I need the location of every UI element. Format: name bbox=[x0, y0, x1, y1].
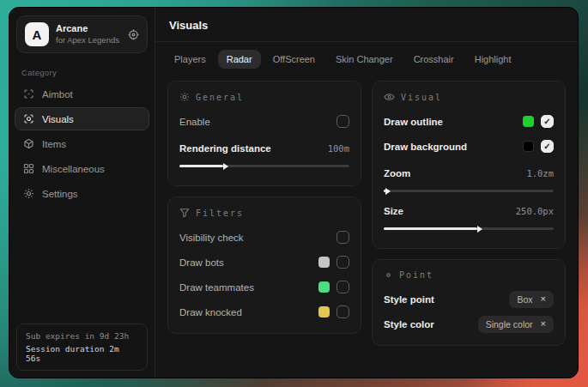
enable-checkbox[interactable] bbox=[336, 115, 349, 128]
tab-crosshair[interactable]: Crosshair bbox=[405, 50, 463, 69]
grid-icon bbox=[22, 163, 34, 174]
scan-eye-icon bbox=[22, 113, 34, 124]
draw-bots-label: Draw bots bbox=[179, 257, 312, 268]
visibility-check-checkbox[interactable] bbox=[336, 231, 349, 244]
zoom-slider[interactable] bbox=[384, 190, 554, 192]
size-row: Size 250.0px bbox=[384, 200, 554, 221]
draw-knocked-row: Draw knocked bbox=[179, 301, 349, 323]
page-header: Visuals bbox=[155, 8, 578, 42]
content-grid: General Enable Rendering distance 100m bbox=[155, 72, 578, 378]
box-icon bbox=[22, 138, 34, 149]
style-point-row: Style point Box × bbox=[384, 288, 554, 310]
app-window: A Arcane for Apex Legends Category bbox=[9, 7, 579, 378]
draw-background-label: Draw background bbox=[384, 142, 516, 152]
panel-title: Visual bbox=[401, 93, 442, 102]
rendering-distance-slider[interactable] bbox=[179, 165, 349, 167]
sidebar-item-visuals[interactable]: Visuals bbox=[15, 107, 149, 130]
sidebar: A Arcane for Apex Legends Category bbox=[9, 8, 155, 378]
visibility-check-label: Visibility check bbox=[179, 233, 330, 243]
sidebar-nav: Aimbot Visuals Items bbox=[9, 82, 155, 205]
gear-icon bbox=[179, 92, 190, 102]
draw-teammates-label: Draw teammates bbox=[179, 282, 312, 293]
slider-thumb[interactable] bbox=[223, 163, 228, 170]
sub-expires-text: Sub expires in 9d 23h bbox=[26, 331, 138, 341]
draw-outline-checkbox[interactable]: ✓ bbox=[541, 115, 554, 128]
page-title: Visuals bbox=[169, 19, 564, 32]
size-value: 250.0px bbox=[516, 206, 554, 216]
sidebar-item-label: Visuals bbox=[42, 114, 74, 124]
enable-label: Enable bbox=[179, 117, 330, 127]
session-info-card: Sub expires in 9d 23h Session duration 2… bbox=[16, 324, 148, 371]
style-color-row: Style color Single color × bbox=[384, 313, 554, 335]
point-icon bbox=[384, 270, 393, 280]
panel-title: Point bbox=[399, 270, 433, 280]
draw-outline-row: Draw outline ✓ bbox=[384, 111, 554, 132]
brand-card: A Arcane for Apex Legends bbox=[16, 15, 148, 53]
eye-icon bbox=[384, 92, 395, 102]
rendering-distance-label: Rendering distance bbox=[179, 143, 321, 154]
sidebar-item-label: Settings bbox=[42, 189, 78, 199]
rendering-distance-value: 100m bbox=[328, 143, 349, 154]
enable-row: Enable bbox=[179, 111, 349, 132]
draw-knocked-color-swatch[interactable] bbox=[318, 306, 330, 317]
app-subtitle: for Apex Legends bbox=[56, 35, 121, 45]
gear-icon bbox=[22, 188, 34, 199]
draw-bots-color-swatch[interactable] bbox=[318, 257, 330, 268]
panel-title: Filters bbox=[196, 209, 244, 218]
app-logo: A bbox=[25, 22, 49, 46]
draw-teammates-color-swatch[interactable] bbox=[318, 281, 330, 293]
remove-tag-icon[interactable]: × bbox=[541, 294, 546, 304]
draw-teammates-checkbox[interactable] bbox=[336, 281, 349, 293]
style-color-label: Style color bbox=[384, 319, 471, 330]
sidebar-item-miscellaneous[interactable]: Miscellaneous bbox=[15, 157, 149, 180]
focus-crosshair-icon[interactable] bbox=[128, 29, 139, 40]
tab-players[interactable]: Players bbox=[166, 50, 215, 69]
sidebar-item-label: Miscellaneous bbox=[42, 164, 105, 174]
main-area: Visuals Players Radar OffScreen Skin Cha… bbox=[155, 8, 578, 378]
sidebar-item-items[interactable]: Items bbox=[15, 132, 149, 155]
style-color-select[interactable]: Single color × bbox=[478, 316, 554, 333]
slider-thumb[interactable] bbox=[477, 226, 482, 233]
draw-outline-color-swatch[interactable] bbox=[523, 116, 534, 127]
slider-thumb[interactable] bbox=[385, 188, 391, 195]
crosshair-icon bbox=[22, 88, 34, 100]
style-point-label: Style point bbox=[384, 294, 502, 305]
size-label: Size bbox=[384, 206, 509, 216]
visibility-check-row: Visibility check bbox=[179, 227, 349, 248]
zoom-label: Zoom bbox=[384, 168, 519, 178]
sidebar-item-label: Items bbox=[42, 139, 66, 149]
sidebar-item-label: Aimbot bbox=[42, 89, 73, 100]
tab-skin-changer[interactable]: Skin Changer bbox=[327, 50, 402, 69]
zoom-value: 1.0zm bbox=[526, 168, 554, 178]
general-card: General Enable Rendering distance 100m bbox=[167, 81, 361, 186]
draw-outline-label: Draw outline bbox=[384, 117, 516, 127]
filters-card: Filters Visibility check Draw bots Draw … bbox=[167, 197, 361, 334]
tab-offscreen[interactable]: OffScreen bbox=[264, 50, 324, 69]
draw-bots-checkbox[interactable] bbox=[336, 256, 349, 269]
app-name: Arcane bbox=[56, 23, 121, 35]
draw-bots-row: Draw bots bbox=[179, 251, 349, 273]
size-slider[interactable] bbox=[384, 227, 554, 230]
tab-highlight[interactable]: Highlight bbox=[466, 50, 520, 69]
style-color-tag-text: Single color bbox=[486, 319, 533, 330]
draw-knocked-label: Draw knocked bbox=[179, 307, 312, 317]
draw-knocked-checkbox[interactable] bbox=[336, 305, 349, 318]
tab-bar: Players Radar OffScreen Skin Changer Cro… bbox=[155, 42, 578, 72]
draw-background-color-swatch[interactable] bbox=[523, 141, 534, 152]
sidebar-item-aimbot[interactable]: Aimbot bbox=[15, 82, 149, 106]
style-point-select[interactable]: Box × bbox=[509, 291, 554, 308]
tab-radar[interactable]: Radar bbox=[218, 50, 261, 69]
session-duration-text: Session duration 2m 56s bbox=[26, 344, 138, 363]
remove-tag-icon[interactable]: × bbox=[541, 319, 546, 329]
draw-background-checkbox[interactable]: ✓ bbox=[541, 140, 554, 153]
style-point-tag-text: Box bbox=[517, 294, 532, 305]
draw-teammates-row: Draw teammates bbox=[179, 276, 349, 298]
funnel-icon bbox=[179, 208, 190, 218]
category-label: Category bbox=[21, 68, 155, 77]
panel-title: General bbox=[196, 93, 244, 102]
zoom-row: Zoom 1.0zm bbox=[384, 162, 554, 184]
draw-background-row: Draw background ✓ bbox=[384, 136, 554, 157]
rendering-distance-row: Rendering distance 100m bbox=[179, 137, 349, 159]
visual-card: Visual Draw outline ✓ Draw background ✓ … bbox=[372, 81, 566, 249]
sidebar-item-settings[interactable]: Settings bbox=[15, 182, 149, 205]
